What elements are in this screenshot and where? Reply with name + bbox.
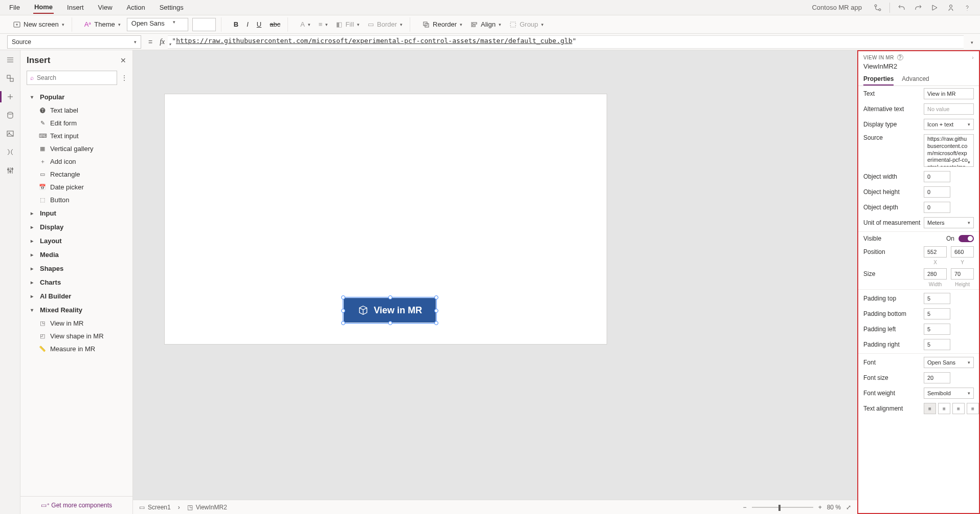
item-view-shape-mr[interactable]: ◰View shape in MR xyxy=(20,330,132,342)
rail-variables[interactable] xyxy=(6,147,15,157)
rail-data[interactable] xyxy=(6,111,15,120)
rail-hamburger[interactable] xyxy=(6,55,15,65)
more-options-button[interactable]: ⋮ xyxy=(121,74,127,81)
group-ai-builder[interactable]: ▸AI Builder xyxy=(20,289,132,303)
zoom-in-button[interactable]: + xyxy=(818,504,822,511)
group-display[interactable]: ▸Display xyxy=(20,220,132,234)
item-edit-form[interactable]: ✎Edit form xyxy=(20,117,132,130)
prop-fontsize-input[interactable]: 20 xyxy=(924,372,950,383)
group-button[interactable]: Group▾ xyxy=(507,19,546,29)
breadcrumb-screen[interactable]: ▭Screen1 xyxy=(139,504,171,511)
rail-advanced-tools[interactable] xyxy=(6,166,15,175)
font-family-select[interactable]: Open Sans▾ xyxy=(127,18,188,31)
font-color-button[interactable]: A▾ xyxy=(298,19,313,29)
undo-icon[interactable] xyxy=(897,3,906,12)
item-measure-mr[interactable]: 📏Measure in MR xyxy=(20,342,132,355)
prop-visible-toggle[interactable] xyxy=(959,235,974,242)
prop-objdepth-input[interactable]: 0 xyxy=(924,202,950,213)
share-icon[interactable] xyxy=(946,3,955,12)
prop-text-input[interactable]: View in MR xyxy=(924,88,974,99)
align-right-button[interactable]: ≡ xyxy=(952,403,965,414)
reorder-button[interactable]: Reorder▾ xyxy=(420,19,464,29)
prop-padtop-input[interactable]: 5 xyxy=(924,293,950,304)
group-charts[interactable]: ▸Charts xyxy=(20,275,132,289)
zoom-out-button[interactable]: − xyxy=(743,504,747,511)
fit-to-window-button[interactable]: ⤢ xyxy=(846,504,851,511)
font-size-input[interactable] xyxy=(192,18,216,31)
canvas-area[interactable]: View in MR xyxy=(133,50,857,500)
align-button[interactable]: Align▾ xyxy=(469,19,503,29)
fx-icon[interactable]: fx▾ xyxy=(157,38,168,46)
item-view-in-mr[interactable]: ◳View in MR xyxy=(20,317,132,330)
rail-media[interactable] xyxy=(6,129,15,138)
prop-fontweight-select[interactable]: Semibold▾ xyxy=(924,388,974,399)
insert-search-input[interactable] xyxy=(37,74,114,81)
tab-advanced[interactable]: Advanced xyxy=(902,73,929,85)
prop-objheight-input[interactable]: 0 xyxy=(924,186,950,198)
get-more-components[interactable]: ▭⁺ Get more components xyxy=(20,496,132,514)
item-vertical-gallery[interactable]: ▦Vertical gallery xyxy=(20,142,132,155)
tab-properties[interactable]: Properties xyxy=(863,73,894,85)
theme-button[interactable]: Aᵃ Theme ▾ xyxy=(82,19,123,29)
menu-file[interactable]: File xyxy=(8,2,21,13)
strike-button[interactable]: abc xyxy=(268,19,282,29)
prop-alt-input[interactable]: No value xyxy=(924,103,974,115)
prop-display-type-select[interactable]: Icon + text▾ xyxy=(924,119,974,130)
view-in-mr-control[interactable]: View in MR xyxy=(344,298,436,323)
item-button[interactable]: ⬚Button xyxy=(20,194,132,206)
prop-size-w[interactable]: 280 xyxy=(924,268,947,280)
git-icon[interactable] xyxy=(873,3,882,12)
item-add-icon[interactable]: ＋Add icon xyxy=(20,155,132,168)
close-panel-button[interactable]: ✕ xyxy=(120,56,126,65)
align-justify-button[interactable]: ≡ xyxy=(967,403,979,414)
prop-font-select[interactable]: Open Sans▾ xyxy=(924,357,974,368)
group-mixed-reality[interactable]: ▾Mixed Reality xyxy=(20,303,132,317)
control-name[interactable]: ViewInMR2 xyxy=(858,61,979,73)
item-text-label[interactable]: 🅣Text label xyxy=(20,104,132,117)
group-shapes[interactable]: ▸Shapes xyxy=(20,262,132,275)
rail-insert[interactable] xyxy=(6,92,15,101)
group-input[interactable]: ▸Input xyxy=(20,206,132,220)
prop-pos-x[interactable]: 552 xyxy=(924,246,947,258)
menu-view[interactable]: View xyxy=(97,2,114,13)
item-text-input[interactable]: ⌨Text input xyxy=(20,130,132,142)
menu-settings[interactable]: Settings xyxy=(159,2,185,13)
text-align-button[interactable]: ≡▾ xyxy=(317,19,330,29)
artboard-screen1[interactable]: View in MR xyxy=(165,94,607,344)
prop-padbottom-input[interactable]: 5 xyxy=(924,308,950,319)
align-left-button[interactable]: ≡ xyxy=(924,403,936,414)
help-icon[interactable] xyxy=(963,3,972,12)
expand-panel-button[interactable]: › xyxy=(972,55,974,60)
menu-action[interactable]: Action xyxy=(126,2,146,13)
menu-insert[interactable]: Insert xyxy=(66,2,85,13)
prop-source-input[interactable]: https://raw.githubusercontent.com/micros… xyxy=(924,134,974,167)
prop-objwidth-input[interactable]: 0 xyxy=(924,171,950,182)
new-screen-button[interactable]: New screen ▾ xyxy=(11,19,66,29)
insert-search-box[interactable]: ⌕ xyxy=(27,71,117,85)
zoom-slider[interactable] xyxy=(752,507,813,508)
underline-button[interactable]: U xyxy=(255,19,263,29)
item-date-picker[interactable]: 📅Date picker xyxy=(20,181,132,194)
fill-button[interactable]: ◧ Fill▾ xyxy=(334,19,362,29)
italic-button[interactable]: I xyxy=(244,19,251,29)
breadcrumb-control[interactable]: ◳ViewInMR2 xyxy=(187,504,227,511)
prop-padright-input[interactable]: 5 xyxy=(924,339,950,350)
rail-tree-view[interactable] xyxy=(6,74,15,83)
formula-input[interactable]: "https://raw.githubusercontent.com/micro… xyxy=(168,35,964,49)
prop-padleft-input[interactable]: 5 xyxy=(924,324,950,335)
bold-button[interactable]: B xyxy=(232,19,240,29)
item-rectangle[interactable]: ▭Rectangle xyxy=(20,168,132,181)
group-popular[interactable]: ▾Popular xyxy=(20,90,132,104)
menu-home[interactable]: Home xyxy=(33,1,54,14)
prop-unit-select[interactable]: Meters▾ xyxy=(924,217,974,228)
group-layout[interactable]: ▸Layout xyxy=(20,234,132,248)
prop-pos-y[interactable]: 660 xyxy=(951,246,974,258)
redo-icon[interactable] xyxy=(914,3,923,12)
border-button[interactable]: ▭ Border▾ xyxy=(366,19,405,29)
play-icon[interactable] xyxy=(930,3,939,12)
expand-formula-button[interactable]: ▾ xyxy=(964,38,980,46)
property-selector[interactable]: Source ▾ xyxy=(7,35,141,49)
group-media[interactable]: ▸Media xyxy=(20,248,132,262)
prop-size-h[interactable]: 70 xyxy=(951,268,974,280)
align-center-button[interactable]: ≡ xyxy=(938,403,950,414)
